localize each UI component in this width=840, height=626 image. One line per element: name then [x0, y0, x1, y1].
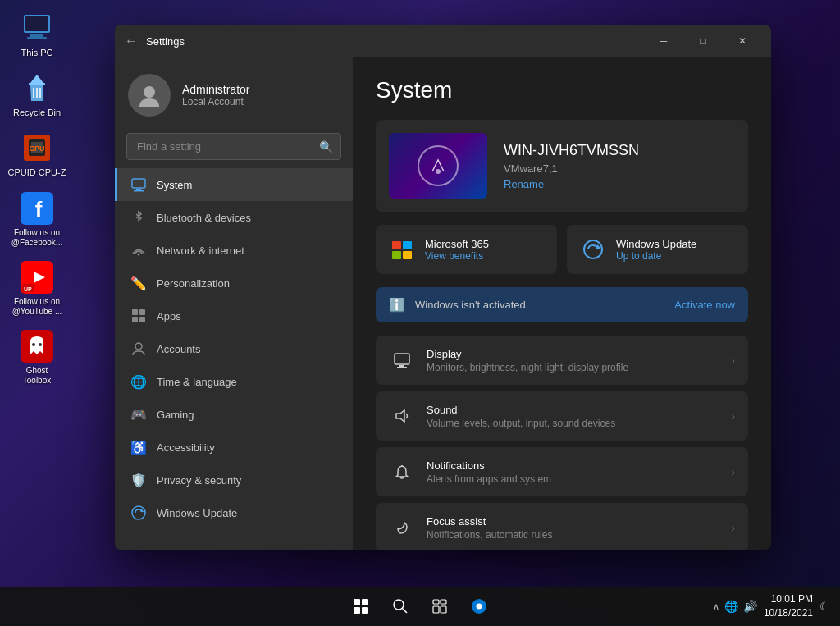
- sound-setting-item[interactable]: Sound Volume levels, output, input, soun…: [376, 391, 748, 441]
- cpuid-label: CPUID CPU-Z: [8, 167, 66, 178]
- pc-thumbnail: [389, 133, 487, 199]
- taskbar-settings-button[interactable]: [461, 588, 497, 624]
- taskbar-right: ∧ 🌐 🔊 10:01 PM 10/18/2021 ☾: [713, 592, 830, 620]
- facebook-label: Follow us on@Facebook...: [11, 228, 62, 248]
- svg-rect-5: [29, 83, 45, 85]
- taskview-button[interactable]: [422, 588, 458, 624]
- desktop-icon-facebook[interactable]: f Follow us on@Facebook...: [4, 189, 70, 251]
- clock-date: 10/18/2021: [764, 606, 813, 620]
- sidebar-item-label-time: Time & language: [157, 376, 237, 388]
- user-name: Administrator: [182, 83, 249, 96]
- activate-now-link[interactable]: Activate now: [674, 299, 735, 311]
- desktop-icon-cpuid[interactable]: CPU CPUID CPU-Z: [4, 128, 70, 181]
- svg-point-20: [32, 343, 35, 346]
- sidebar-item-label-accessibility: Accessibility: [157, 441, 215, 454]
- accessibility-icon: ♿: [130, 439, 147, 455]
- desktop-icon-youtube[interactable]: UP Follow us on@YouTube ...: [4, 258, 70, 320]
- svg-rect-51: [433, 600, 439, 604]
- search-input[interactable]: [126, 133, 341, 160]
- notifications-setting-item[interactable]: Notifications Alerts from apps and syste…: [376, 447, 748, 496]
- window-title: Settings: [146, 35, 645, 48]
- sidebar-item-bluetooth[interactable]: Bluetooth & devices: [115, 201, 353, 234]
- focus-assist-title: Focus assist: [427, 515, 719, 528]
- sidebar-item-privacy[interactable]: 🛡️ Privacy & security: [115, 464, 353, 496]
- sidebar-item-time[interactable]: 🌐 Time & language: [115, 365, 353, 398]
- tray-up-icon[interactable]: ∧: [713, 601, 719, 612]
- desktop-icon-thispc[interactable]: This PC: [4, 8, 70, 62]
- display-title: Display: [427, 348, 719, 360]
- recyclebin-icon: [21, 71, 53, 104]
- clock-time: 10:01 PM: [764, 592, 813, 606]
- rename-link[interactable]: Rename: [504, 178, 639, 190]
- notifications-chevron-icon: ›: [731, 465, 735, 478]
- start-button[interactable]: [343, 588, 379, 624]
- back-button[interactable]: ←: [125, 34, 138, 48]
- svg-rect-28: [139, 309, 145, 315]
- svg-rect-30: [139, 317, 145, 322]
- m365-icon: [389, 236, 415, 263]
- facebook-icon: f: [21, 192, 53, 225]
- sound-chevron-icon: ›: [731, 409, 735, 423]
- sidebar-item-label-apps: Apps: [157, 310, 181, 322]
- svg-rect-27: [132, 309, 138, 315]
- minimize-button[interactable]: ─: [645, 28, 682, 54]
- display-setting-item[interactable]: Display Monitors, brightness, night ligh…: [376, 336, 748, 385]
- svg-rect-43: [397, 367, 407, 368]
- svg-point-26: [138, 254, 140, 256]
- svg-rect-2: [27, 37, 47, 39]
- apps-icon: [130, 308, 147, 324]
- pc-details: WIN-JIVH6TVMSSN VMware7,1 Rename: [504, 142, 639, 190]
- sidebar-item-personalization[interactable]: ✏️ Personalization: [115, 267, 353, 299]
- sidebar-item-network[interactable]: Network & internet: [115, 234, 353, 267]
- notifications-title: Notifications: [427, 459, 719, 472]
- sidebar-item-apps[interactable]: Apps: [115, 299, 353, 332]
- svg-point-49: [394, 600, 404, 610]
- svg-rect-48: [362, 607, 368, 614]
- desktop-icon-ghost-toolbox[interactable]: GhostToolbox: [4, 327, 70, 389]
- tray-volume-icon[interactable]: 🔊: [743, 600, 757, 613]
- sound-subtitle: Volume levels, output, input, sound devi…: [427, 418, 719, 429]
- sidebar-item-accessibility[interactable]: ♿ Accessibility: [115, 431, 353, 464]
- sidebar-item-system[interactable]: System: [115, 168, 353, 201]
- svg-line-50: [403, 609, 408, 614]
- user-profile[interactable]: Administrator Local Account: [115, 57, 353, 133]
- winupdate-info: Windows Update Up to date: [616, 238, 696, 262]
- svg-point-39: [584, 240, 602, 258]
- sidebar-item-label-bluetooth: Bluetooth & devices: [157, 212, 251, 224]
- desktop-icon-recyclebin[interactable]: Recycle Bin: [4, 68, 70, 121]
- svg-rect-37: [392, 251, 401, 259]
- svg-rect-3: [25, 16, 48, 31]
- sidebar-item-accounts[interactable]: Accounts: [115, 332, 353, 365]
- svg-point-31: [135, 343, 142, 350]
- sidebar-item-update[interactable]: Windows Update: [115, 496, 353, 529]
- personalization-icon: ✏️: [130, 275, 147, 291]
- notifications-icon: [389, 459, 415, 485]
- m365-title: Microsoft 365: [425, 238, 489, 250]
- taskbar-search-button[interactable]: [382, 588, 418, 624]
- focus-assist-subtitle: Notifications, automatic rules: [427, 529, 719, 541]
- taskbar-clock[interactable]: 10:01 PM 10/18/2021: [764, 592, 813, 620]
- m365-card[interactable]: Microsoft 365 View benefits: [376, 225, 557, 274]
- m365-subtitle: View benefits: [425, 250, 489, 262]
- m365-info: Microsoft 365 View benefits: [425, 238, 489, 262]
- svg-rect-24: [136, 189, 141, 190]
- sound-title: Sound: [427, 404, 719, 416]
- svg-point-22: [144, 86, 155, 98]
- close-button[interactable]: ✕: [724, 28, 761, 54]
- window-controls: ─ □ ✕: [645, 28, 761, 54]
- svg-marker-44: [396, 410, 404, 422]
- winupdate-card[interactable]: Windows Update Up to date: [567, 225, 748, 274]
- svg-rect-38: [403, 251, 412, 259]
- maximize-button[interactable]: □: [684, 28, 722, 54]
- svg-rect-46: [362, 599, 368, 605]
- focus-assist-setting-item[interactable]: Focus assist Notifications, automatic ru…: [376, 503, 748, 550]
- tray-globe-icon[interactable]: 🌐: [724, 600, 738, 613]
- svg-rect-54: [441, 606, 446, 613]
- activation-info-icon: ℹ️: [389, 297, 405, 313]
- update-icon: [130, 505, 147, 521]
- gaming-icon: 🎮: [130, 406, 147, 423]
- time-icon: 🌐: [130, 373, 147, 390]
- main-panel: System WIN-JIVH6TVMSSN VMware7,1 Rename: [353, 57, 771, 550]
- sidebar-item-gaming[interactable]: 🎮 Gaming: [115, 398, 353, 431]
- svg-point-21: [39, 343, 42, 346]
